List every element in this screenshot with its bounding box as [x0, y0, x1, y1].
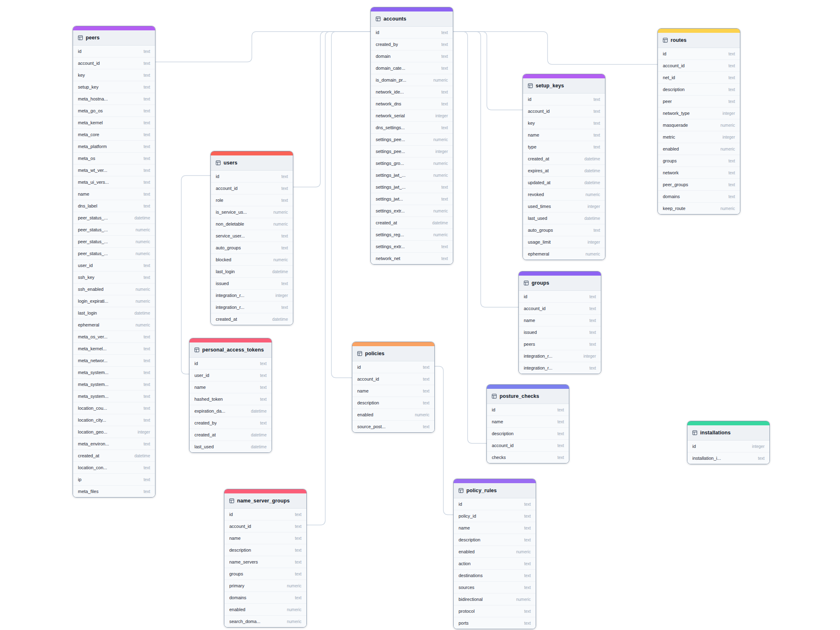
field-type: numeric	[516, 597, 531, 602]
field-name: created_at	[216, 317, 237, 322]
table-accent-bar	[658, 29, 740, 33]
field-row: peer_status_... datetime	[73, 212, 155, 224]
table-posture_checks[interactable]: posture_checks id text name text descrip…	[486, 384, 569, 463]
field-type: datetime	[251, 445, 267, 449]
field-row: location_cou... text	[73, 402, 155, 414]
table-header[interactable]: routes	[658, 33, 740, 48]
field-type: numeric	[135, 323, 150, 327]
field-row: meta_ui_vers... text	[73, 176, 155, 188]
field-type: text	[728, 52, 735, 56]
field-type: text	[144, 61, 150, 66]
field-row: settings_jwt_... text	[371, 181, 453, 193]
table-routes[interactable]: routes id text account_id text net_id te…	[657, 28, 740, 215]
field-name: role	[216, 198, 223, 203]
table-header[interactable]: policies	[352, 346, 434, 361]
field-name: hashed_token	[194, 397, 223, 402]
field-row: id text	[523, 94, 605, 105]
field-type: numeric	[516, 550, 531, 554]
table-personal_access_tokens[interactable]: personal_access_tokens id text user_id t…	[189, 338, 272, 453]
table-policies[interactable]: policies id text account_id text name te…	[352, 342, 435, 433]
table-accounts[interactable]: accounts id text created_by text domain …	[370, 7, 453, 265]
field-row: policy_id text	[454, 510, 536, 522]
field-name: auto_groups	[216, 245, 241, 250]
field-type: text	[728, 194, 735, 199]
field-type: text	[144, 85, 150, 89]
field-name: meta_files	[78, 489, 98, 494]
field-name: settings_gro...	[376, 161, 404, 166]
field-name: settings_jwt...	[376, 196, 403, 201]
table-groups[interactable]: groups id text account_id text name text…	[518, 271, 601, 374]
table-name_server_groups[interactable]: name_server_groups id text account_id te…	[224, 489, 307, 628]
table-title: name_server_groups	[237, 498, 290, 504]
field-name: login_expirati...	[78, 299, 108, 304]
field-row: name text	[519, 314, 601, 326]
field-name: domains	[229, 595, 247, 600]
field-name: destinations	[459, 573, 483, 578]
field-type: datetime	[432, 221, 448, 225]
table-rows: id integer installation_i... text	[687, 441, 769, 464]
field-type: integer	[435, 149, 448, 154]
table-header[interactable]: installations	[687, 425, 769, 441]
field-row: login_expirati... numeric	[73, 295, 155, 307]
table-icon	[229, 498, 234, 503]
table-header[interactable]: name_server_groups	[224, 493, 306, 509]
field-name: dns_settings...	[376, 125, 405, 130]
field-name: meta_networ...	[78, 358, 107, 363]
field-name: id	[376, 30, 379, 35]
field-row: dns_label text	[73, 200, 155, 212]
er-diagram-canvas: peers id text account_id text key text s…	[0, 0, 840, 630]
field-type: datetime	[584, 169, 600, 173]
field-name: meta_go_os	[78, 108, 103, 113]
field-row: meta_networ... text	[73, 354, 155, 366]
field-type: text	[728, 159, 735, 163]
table-header[interactable]: peers	[73, 30, 155, 46]
field-type: datetime	[251, 409, 267, 413]
field-row: network text	[658, 167, 740, 178]
field-row: installation_i... text	[687, 452, 769, 464]
field-row: key text	[523, 117, 605, 129]
field-type: text	[589, 306, 596, 311]
table-header[interactable]: setup_keys	[523, 78, 605, 94]
field-name: peer_groups	[663, 182, 688, 187]
field-row: network_net text	[371, 252, 453, 264]
table-title: peers	[86, 35, 100, 41]
field-row: settings_jwt... text	[371, 193, 453, 205]
table-policy_rules[interactable]: policy_rules id text policy_id text name…	[453, 479, 536, 629]
table-accent-bar	[73, 26, 155, 30]
table-title: setup_keys	[536, 83, 564, 89]
field-name: created_at	[376, 220, 397, 225]
table-setup_keys[interactable]: setup_keys id text account_id text key t…	[523, 74, 605, 260]
field-name: masquerade	[663, 123, 688, 128]
table-header[interactable]: users	[211, 155, 293, 171]
field-row: blocked numeric	[211, 253, 293, 265]
table-users[interactable]: users id text account_id text role text …	[210, 151, 293, 325]
table-peers[interactable]: peers id text account_id text key text s…	[73, 26, 155, 498]
field-row: network_dns text	[371, 98, 453, 110]
field-row: ports text	[454, 617, 536, 629]
field-type: text	[557, 408, 564, 412]
table-header[interactable]: accounts	[371, 11, 453, 27]
table-header[interactable]: posture_checks	[487, 389, 569, 404]
table-header[interactable]: groups	[519, 276, 601, 291]
field-row: account_id text	[211, 182, 293, 194]
field-type: text	[423, 377, 429, 381]
field-type: numeric	[287, 584, 301, 588]
field-type: text	[144, 144, 150, 149]
field-name: updated_at	[528, 180, 550, 185]
table-accent-bar	[687, 421, 769, 425]
field-row: meta_environ... text	[73, 438, 155, 450]
table-accent-bar	[189, 338, 272, 342]
table-header[interactable]: policy_rules	[454, 483, 536, 498]
table-installations[interactable]: installations id integer installation_i.…	[687, 421, 770, 464]
field-type: text	[144, 73, 150, 78]
field-row: usage_limit integer	[523, 236, 605, 248]
field-type: integer	[722, 135, 735, 139]
field-type: text	[593, 133, 600, 137]
field-row: expires_at datetime	[523, 164, 605, 176]
field-type: numeric	[720, 123, 735, 128]
field-type: text	[728, 64, 735, 68]
field-type: text	[728, 87, 735, 92]
field-name: non_deletable	[216, 221, 244, 226]
field-row: user_id text	[73, 259, 155, 271]
table-header[interactable]: personal_access_tokens	[189, 342, 272, 358]
